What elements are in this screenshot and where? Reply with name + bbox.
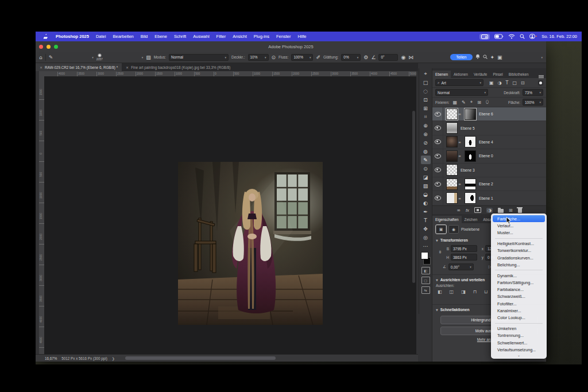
menubar-item-plug-ins[interactable]: Plug-ins xyxy=(250,34,273,39)
panel-tab-pinsel[interactable]: Pinsel xyxy=(490,71,505,78)
link-dimensions-icon[interactable]: ∞ xyxy=(438,250,443,256)
align-left-icon[interactable]: ◧ xyxy=(436,289,444,294)
pixel-layer-filter-icon[interactable]: ▣ xyxy=(488,80,495,86)
symmetry-icon[interactable]: ⋈ xyxy=(408,55,413,60)
crop-tool[interactable]: ⌗ xyxy=(421,112,431,121)
mask-link-icon[interactable]: ∞ xyxy=(458,112,461,116)
chevron-down-icon[interactable]: ▾ xyxy=(140,56,144,59)
blend-mode-select[interactable]: Normal▾ xyxy=(169,54,229,61)
panel-menu-icon[interactable] xyxy=(539,75,544,76)
menubar-item-hilfe[interactable]: Hilfe xyxy=(294,34,310,39)
mask-link-icon[interactable]: ∞ xyxy=(458,140,461,144)
move-tool[interactable]: ⌖ xyxy=(421,69,431,78)
gradient-tool[interactable]: ▨ xyxy=(421,181,431,190)
layer-row[interactable]: ∞Ebene 2 xyxy=(432,177,546,191)
layer-visibility-toggle[interactable] xyxy=(432,149,443,162)
layer-row[interactable]: ∞Ebene 6 xyxy=(432,107,546,121)
brush-tool-preset-icon[interactable]: ✎ xyxy=(49,55,53,60)
layer-row[interactable]: ∞Ebene 4 xyxy=(432,135,546,149)
shape-layer-filter-icon[interactable]: □ xyxy=(511,80,518,86)
menubar-item-datei[interactable]: Datei xyxy=(92,34,110,39)
zoom-level[interactable]: 16,67% xyxy=(45,356,57,360)
layer-visibility-toggle[interactable] xyxy=(432,135,443,149)
menubar-item-schrift[interactable]: Schrift xyxy=(171,34,189,39)
lock-all-icon[interactable]: ⬯ xyxy=(485,99,490,105)
healing-brush-tool[interactable]: ⊛ xyxy=(421,130,431,138)
brush-settings-panel-icon[interactable]: ▨ xyxy=(146,55,151,60)
chevron-down-icon[interactable]: ▾ xyxy=(539,56,543,59)
layer-name[interactable]: Ebene 5 xyxy=(461,126,475,130)
airbrush-icon[interactable]: ✐ xyxy=(316,55,320,60)
document-tab[interactable]: ✕RAW-029.CR2 bei 16,7% (Ebene 6, RGB/8) … xyxy=(36,63,122,71)
type-tool[interactable]: T xyxy=(421,216,431,224)
layer-thumbnail[interactable] xyxy=(446,164,458,176)
size-pressure-icon[interactable]: ◉ xyxy=(401,55,405,60)
layer-row[interactable]: Ebene 3 xyxy=(432,164,546,177)
flow-select[interactable]: 100%▾ xyxy=(291,54,313,61)
menu-item-kanalmixer[interactable]: Kanalmixer... xyxy=(493,307,545,314)
layer-thumbnail[interactable] xyxy=(446,108,458,120)
menu-item-color-lookup[interactable]: Color Lookup... xyxy=(493,314,545,321)
object-selection-tool[interactable]: ⊡ xyxy=(421,95,431,104)
menubar-item-auswahl[interactable]: Auswahl xyxy=(189,34,212,39)
menu-item-gradationskurven[interactable]: Gradationskurven... xyxy=(493,254,545,261)
window-titlebar[interactable]: Adobe Photoshop 2025 xyxy=(36,41,546,52)
menu-item-verlauf[interactable]: Verlauf... xyxy=(493,222,545,229)
fast-user-switch-icon[interactable] xyxy=(529,34,537,39)
canvas-horizontal-scrollbar[interactable] xyxy=(125,356,276,360)
remove-tool[interactable]: ◍ xyxy=(421,147,431,156)
smoothing-options-gear-icon[interactable]: ⚙ xyxy=(363,55,368,60)
zoom-tool[interactable]: ◎ xyxy=(421,233,431,242)
align-center-h-icon[interactable]: ◫ xyxy=(448,289,456,294)
menu-item-farbton-sättigung[interactable]: Farbton/Sättigung... xyxy=(493,280,545,286)
brush-tool[interactable]: ✎ xyxy=(421,156,431,164)
edit-toolbar[interactable]: ⋯ xyxy=(421,242,431,250)
wifi-icon[interactable] xyxy=(508,34,515,39)
layer-mask-thumbnail[interactable] xyxy=(465,192,476,204)
menu-item-belichtung[interactable]: Belichtung... xyxy=(493,261,545,268)
opacity-select[interactable]: 10%▾ xyxy=(248,54,269,61)
layer-name[interactable]: Ebene 1 xyxy=(479,196,493,200)
hand-tool[interactable]: ✥ xyxy=(421,224,431,233)
layer-blend-mode-select[interactable]: Normal▾ xyxy=(435,89,488,96)
menubar-item-bearbeiten[interactable]: Bearbeiten xyxy=(109,34,137,39)
layer-thumbnail[interactable] xyxy=(446,178,458,190)
dodge-tool[interactable]: ◐ xyxy=(421,199,431,207)
mask-link-icon[interactable]: ∞ xyxy=(458,182,461,186)
lock-transparent-icon[interactable]: ▦ xyxy=(452,100,459,105)
layer-visibility-toggle[interactable] xyxy=(432,107,443,121)
home-icon[interactable]: ⌂ xyxy=(39,55,42,60)
properties-tab-zeichen[interactable]: Zeichen xyxy=(462,216,481,223)
layer-row[interactable]: ∞Ebene 0 xyxy=(432,149,546,163)
align-right-icon[interactable]: ◨ xyxy=(459,289,467,294)
layer-thumbnail[interactable] xyxy=(446,122,458,134)
menu-item-tonwertkorrektur[interactable]: Tonwertkorrektur... xyxy=(493,247,545,254)
menubar-item-bild[interactable]: Bild xyxy=(137,34,152,39)
layer-mask-thumbnail[interactable] xyxy=(465,178,476,190)
close-tab-icon[interactable]: ✕ xyxy=(40,65,42,69)
menu-item-muster[interactable]: Muster... xyxy=(493,229,545,236)
eraser-tool[interactable]: ◪ xyxy=(421,173,431,181)
menu-item-farbbalance[interactable]: Farbbalance... xyxy=(493,286,545,293)
brush-angle-input[interactable]: 0° xyxy=(378,54,398,61)
spot-healing-tool[interactable]: ⊕ xyxy=(421,121,431,130)
layer-thumbnail[interactable] xyxy=(446,150,458,162)
chevron-down-icon[interactable]: ▾ xyxy=(90,56,94,59)
panel-tab-aktionen[interactable]: Aktionen xyxy=(451,71,471,78)
menu-item-schwarzweiß[interactable]: Schwarzweiß... xyxy=(493,293,545,300)
menubar-item-ebene[interactable]: Ebene xyxy=(151,34,171,39)
lock-position-icon[interactable]: ⌖ xyxy=(469,99,474,105)
width-field[interactable]: 3795 Px xyxy=(451,245,477,252)
notifications-bell-icon[interactable] xyxy=(475,54,480,60)
menu-item-farbfläche[interactable]: Farbfläche... xyxy=(493,215,545,222)
share-button[interactable]: Teilen xyxy=(450,54,472,60)
add-layer-mask-icon[interactable] xyxy=(474,207,481,213)
layer-visibility-toggle[interactable] xyxy=(432,177,443,191)
clone-stamp-tool[interactable]: ⊙ xyxy=(421,164,431,173)
layer-mask-thumbnail[interactable] xyxy=(465,136,476,148)
screen-mode-icon[interactable]: ▢ xyxy=(421,277,430,284)
layer-name[interactable]: Ebene 3 xyxy=(461,168,475,172)
layer-opacity-select[interactable]: 73%▾ xyxy=(523,89,543,96)
battery-icon[interactable] xyxy=(494,34,504,39)
lock-artboard-icon[interactable]: ⊞ xyxy=(476,100,482,105)
